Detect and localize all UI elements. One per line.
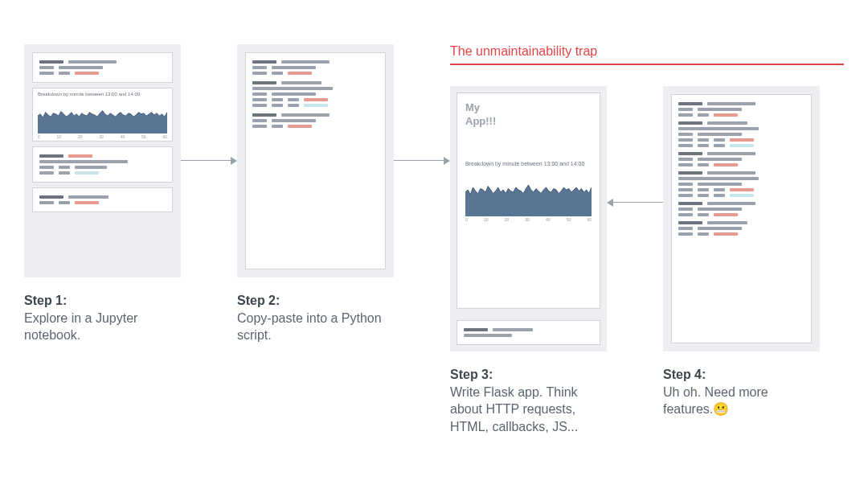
script-cell — [245, 52, 386, 269]
app-window: MyApp!!! Breakdown by minute between 13:… — [457, 92, 600, 309]
arrow — [394, 44, 450, 277]
step-desc: Copy-paste into a Python script. — [237, 311, 382, 343]
chart-title: Breakdown by minute between 13:00 and 14… — [38, 92, 167, 97]
step-desc: Explore in a Jupyter notebook. — [24, 311, 137, 343]
code-cell — [32, 146, 173, 183]
step-4-caption: Step 4: Uh oh. Need more features.😬 — [663, 366, 820, 418]
step-1-caption: Step 1: Explore in a Jupyter notebook. — [24, 292, 181, 344]
chart-cell: Breakdown by minute between 13:00 and 14… — [32, 88, 173, 142]
flask-app-panel: MyApp!!! Breakdown by minute between 13:… — [450, 86, 607, 351]
chart-title: Breakdown by minute between 13:00 and 14… — [465, 161, 592, 166]
area-chart-icon — [465, 168, 592, 216]
workflow-diagram: Breakdown by minute between 13:00 and 14… — [24, 44, 844, 435]
step-label: Step 4: — [663, 368, 706, 381]
step-label: Step 3: — [450, 368, 493, 381]
script-panel — [237, 44, 394, 277]
chart-xticks: 0102030405060 — [38, 134, 167, 139]
script-cell — [671, 94, 812, 343]
step-1-column: Breakdown by minute between 13:00 and 14… — [24, 44, 181, 344]
step-2-column: Step 2: Copy-paste into a Python script. — [237, 44, 394, 344]
step-4-column: Step 4: Uh oh. Need more features.😬 — [663, 86, 820, 418]
app-title: MyApp!!! — [465, 101, 592, 129]
jupyter-panel: Breakdown by minute between 13:00 and 14… — [24, 44, 181, 277]
step-2-caption: Step 2: Copy-paste into a Python script. — [237, 292, 394, 344]
step-label: Step 2: — [237, 294, 280, 307]
area-chart-icon — [38, 98, 167, 134]
step-label: Step 1: — [24, 294, 67, 307]
code-cell — [32, 52, 173, 83]
app-chart: Breakdown by minute between 13:00 and 14… — [465, 161, 592, 222]
step-3-caption: Step 3: Write Flask app. Think about HTT… — [450, 366, 607, 435]
arrow — [181, 44, 237, 277]
chart-xticks: 0102030405060 — [465, 217, 592, 222]
step-3-column: MyApp!!! Breakdown by minute between 13:… — [450, 86, 607, 435]
arrow-right-icon — [394, 157, 450, 165]
step-desc: Uh oh. Need more features.😬 — [663, 385, 768, 417]
code-cell — [32, 187, 173, 212]
long-script-panel — [663, 86, 820, 351]
step-desc: Write Flask app. Think about HTTP reques… — [450, 385, 578, 434]
output-cell — [457, 320, 600, 345]
arrow-left-icon — [607, 199, 663, 207]
arrow-right-icon — [181, 157, 237, 165]
arrow — [607, 86, 663, 319]
